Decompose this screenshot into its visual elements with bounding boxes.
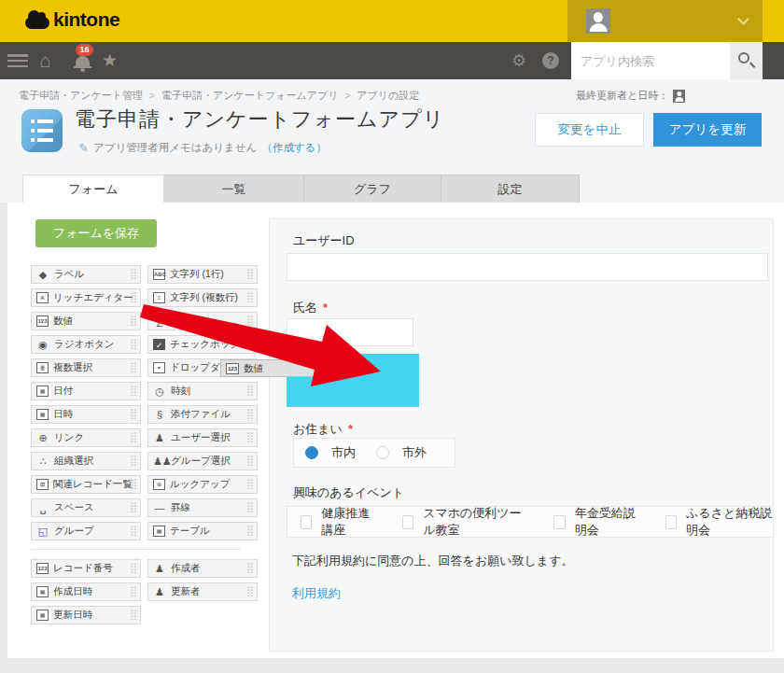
drag-handle[interactable]: ⣿ bbox=[246, 586, 254, 596]
palette-item-date[interactable]: ▦更新日時⣿ bbox=[31, 606, 141, 624]
drag-handle[interactable]: ⣿ bbox=[130, 386, 137, 396]
checkbox-option-1[interactable]: スマホの便利ツール教室 bbox=[402, 505, 530, 539]
name-input[interactable] bbox=[287, 318, 413, 346]
breadcrumb-item[interactable]: アプリの設定 bbox=[357, 90, 419, 101]
palette-item-org[interactable]: ∴組織選択⣿ bbox=[31, 452, 141, 470]
palette-item-attachment[interactable]: §添付ファイル⣿ bbox=[147, 405, 258, 424]
palette-item-multiline[interactable]: ≡文字列 (複数行)⣿ bbox=[147, 288, 258, 307]
palette-item-related-records[interactable]: ⊡関連レコード一覧⣿ bbox=[31, 475, 141, 494]
terms-link[interactable]: 利用規約 bbox=[292, 585, 341, 602]
search-button[interactable] bbox=[730, 42, 763, 79]
search-input[interactable] bbox=[571, 42, 730, 79]
palette-item-tag[interactable]: ◆ラベル⣿ bbox=[31, 265, 141, 284]
palette-item-lookup[interactable]: ⊙ルックアップ⣿ bbox=[147, 475, 258, 494]
checkbox-icon[interactable] bbox=[665, 515, 677, 529]
palette-item-hr[interactable]: —罫線⣿ bbox=[147, 498, 258, 517]
palette-item-datetime[interactable]: ▦日時⣿ bbox=[31, 405, 141, 424]
tab-form[interactable]: フォーム bbox=[22, 175, 164, 203]
drag-handle[interactable]: ⣿ bbox=[246, 409, 254, 419]
palette-item-radio[interactable]: ◉ラジオボタン⣿ bbox=[31, 335, 141, 354]
radio-selected-icon[interactable] bbox=[305, 446, 318, 459]
save-form-button[interactable]: フォームを保存 bbox=[35, 219, 157, 247]
drag-handle[interactable]: ⣿ bbox=[130, 409, 137, 419]
palette-item-link[interactable]: ⊕リンク⣿ bbox=[31, 428, 141, 447]
palette-item-date[interactable]: ▦日付⣿ bbox=[31, 382, 141, 400]
drag-handle[interactable]: ⣿ bbox=[130, 526, 137, 536]
breadcrumb-item[interactable]: 電子申請・アンケート管理 bbox=[19, 90, 143, 101]
tab-list[interactable]: 一覧 bbox=[164, 175, 304, 203]
palette-item-date[interactable]: ▦作成日時⣿ bbox=[31, 582, 141, 601]
dragged-field-ghost[interactable]: 123 数値 ⣿ bbox=[220, 359, 329, 377]
drag-handle[interactable]: ⣿ bbox=[130, 479, 137, 489]
kintone-logo[interactable]: kintone bbox=[25, 8, 119, 31]
checkbox-label: スマホの便利ツール教室 bbox=[423, 505, 529, 539]
palette-item-checkbox[interactable]: ✓チェックボックス⣿ bbox=[147, 335, 258, 354]
drag-handle[interactable]: ⣿ bbox=[246, 339, 254, 349]
drag-handle[interactable]: ⣿ bbox=[246, 292, 254, 302]
palette-item-number[interactable]: 123レコード番号⣿ bbox=[31, 559, 141, 578]
palette-item-richtext[interactable]: Aリッチエディター⣿ bbox=[31, 288, 141, 307]
drag-handle[interactable]: ⣿ bbox=[246, 432, 254, 442]
updater-avatar[interactable] bbox=[673, 90, 685, 103]
checkbox-icon[interactable] bbox=[553, 515, 565, 529]
cancel-changes-button[interactable]: 変更を中止 bbox=[535, 113, 644, 147]
help-icon[interactable]: ? bbox=[542, 52, 559, 69]
palette-item-label: 計算 bbox=[171, 315, 190, 328]
checkbox-option-0[interactable]: 健康推進講座 bbox=[301, 505, 378, 539]
drag-handle[interactable]: ⣿ bbox=[130, 586, 137, 596]
palette-item-user[interactable]: ♟更新者⣿ bbox=[147, 582, 258, 601]
drag-handle[interactable]: ⣿ bbox=[130, 456, 137, 466]
drag-handle[interactable]: ⣿ bbox=[130, 269, 137, 279]
memo-create-link[interactable]: （作成する） bbox=[261, 141, 327, 155]
drag-handle[interactable]: ⣿ bbox=[246, 456, 254, 466]
palette-item-text[interactable]: ABC文字列 (1行)⣿ bbox=[147, 265, 258, 284]
checkbox-option-3[interactable]: ふるさと納税説明会 bbox=[665, 505, 773, 539]
palette-item-table[interactable]: ▦テーブル⣿ bbox=[147, 522, 258, 540]
palette-item-number[interactable]: 123数値⣿ bbox=[31, 312, 141, 330]
palette-item-group-users[interactable]: ♟♟グループ選択⣿ bbox=[147, 452, 258, 470]
radio-option-0[interactable]: 市内 bbox=[305, 444, 356, 461]
drag-handle[interactable]: ⣿ bbox=[130, 292, 137, 302]
drag-handle[interactable]: ⣿ bbox=[130, 563, 137, 573]
drag-handle[interactable]: ⣿ bbox=[130, 502, 137, 512]
drag-handle[interactable]: ⣿ bbox=[246, 479, 254, 489]
palette-item-user[interactable]: ♟作成者⣿ bbox=[147, 559, 258, 578]
checkbox-option-2[interactable]: 年金受給説明会 bbox=[553, 505, 640, 539]
drag-handle[interactable]: ⣿ bbox=[130, 610, 137, 620]
hamburger-menu-icon[interactable] bbox=[7, 54, 28, 67]
drag-handle[interactable]: ⣿ bbox=[246, 269, 254, 279]
drag-handle[interactable]: ⣿ bbox=[130, 339, 137, 349]
palette-item-label: 更新者 bbox=[171, 585, 201, 598]
drag-handle[interactable]: ⣿ bbox=[246, 502, 254, 512]
radio-unselected-icon[interactable] bbox=[376, 446, 389, 459]
drag-handle[interactable]: ⣿ bbox=[246, 526, 254, 536]
userid-input[interactable] bbox=[287, 253, 768, 281]
drag-handle[interactable]: ⣿ bbox=[246, 315, 254, 326]
notification-badge[interactable]: 16 bbox=[76, 44, 93, 56]
drag-handle[interactable]: ⣿ bbox=[130, 432, 137, 442]
drag-handle[interactable]: ⣿ bbox=[246, 563, 254, 573]
drag-handle[interactable]: ⣿ bbox=[246, 386, 254, 396]
update-app-button[interactable]: アプリを更新 bbox=[653, 113, 762, 147]
palette-item-multiselect[interactable]: ≣複数選択⣿ bbox=[31, 358, 141, 377]
breadcrumb-item[interactable]: 電子申請・アンケートフォームアプリ bbox=[161, 90, 339, 101]
tab-graph[interactable]: グラフ bbox=[304, 175, 441, 203]
palette-item-space[interactable]: ␣スペース⣿ bbox=[31, 498, 141, 517]
palette-item-calc[interactable]: ∑計算⣿ bbox=[147, 312, 258, 330]
tab-settings[interactable]: 設定 bbox=[441, 175, 580, 203]
palette-item-field-group[interactable]: ◱グループ⣿ bbox=[31, 522, 141, 540]
checkbox-icon[interactable] bbox=[301, 515, 312, 529]
checkbox-icon[interactable] bbox=[402, 515, 413, 529]
favorites-star-icon[interactable]: ★ bbox=[102, 42, 118, 79]
palette-item-time[interactable]: ◷時刻⣿ bbox=[147, 382, 258, 400]
avatar[interactable] bbox=[586, 8, 610, 34]
palette-item-user[interactable]: ♟ユーザー選択⣿ bbox=[147, 428, 258, 447]
user-menu[interactable] bbox=[567, 0, 763, 42]
drag-handle[interactable]: ⣿ bbox=[130, 362, 137, 372]
logo-text: kintone bbox=[53, 8, 119, 31]
notification-bell-icon[interactable] bbox=[76, 56, 90, 68]
drag-handle[interactable]: ⣿ bbox=[130, 315, 137, 326]
gear-icon[interactable]: ⚙ bbox=[511, 42, 526, 79]
home-icon[interactable]: ⌂ bbox=[39, 42, 51, 79]
radio-option-1[interactable]: 市外 bbox=[376, 444, 427, 461]
